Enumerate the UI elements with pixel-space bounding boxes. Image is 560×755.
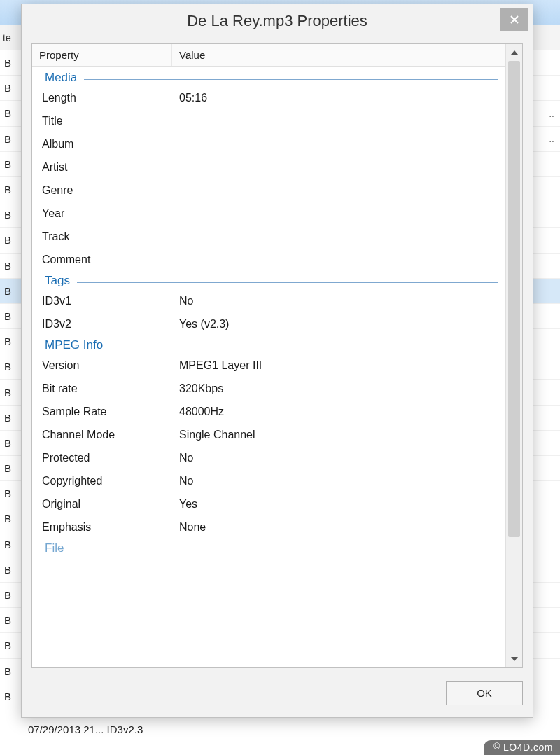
property-row[interactable]: Sample Rate48000Hz (32, 400, 505, 423)
property-name: Artist (32, 161, 179, 174)
section-line (84, 79, 498, 80)
chevron-up-icon (511, 50, 518, 55)
list-item-label: B (4, 387, 11, 399)
list-item-label: B (4, 665, 11, 677)
property-name: Protected (32, 452, 179, 464)
section-label: File (45, 541, 71, 555)
list-item-label: B (4, 57, 11, 69)
section-label: Tags (45, 274, 77, 288)
watermark-text: LO4D.com (503, 742, 553, 753)
list-item-label: B (4, 487, 11, 499)
dialog-footer: OK (31, 674, 523, 712)
list-item-right: .. (549, 108, 554, 119)
section-line (77, 282, 498, 283)
property-name: Length (32, 92, 179, 104)
list-item-label: B (4, 107, 11, 119)
property-row[interactable]: Genre (32, 179, 505, 202)
property-name: Album (32, 138, 179, 151)
property-name: Track (32, 230, 179, 243)
property-row[interactable]: Artist (32, 155, 505, 179)
list-item-label: B (4, 564, 11, 576)
property-row[interactable]: Title (32, 109, 505, 132)
vertical-scrollbar[interactable] (505, 44, 522, 667)
property-value: 48000Hz (179, 406, 505, 418)
property-value: No (179, 295, 505, 307)
property-row[interactable]: Comment (32, 248, 505, 271)
property-name: Emphasis (32, 521, 179, 534)
dialog-titlebar[interactable]: De La Rey.mp3 Properties (22, 4, 533, 38)
ok-button[interactable]: OK (446, 681, 523, 705)
property-row[interactable]: CopyrightedNo (32, 469, 505, 492)
list-item-label: B (4, 539, 11, 550)
watermark: © LO4D.com (484, 740, 560, 755)
property-row[interactable]: EmphasisNone (32, 515, 505, 539)
scroll-thumb[interactable] (508, 61, 520, 537)
list-item-label: B (4, 335, 11, 347)
property-row[interactable]: Track (32, 225, 505, 248)
list-item-label: B (4, 412, 11, 424)
properties-list-container: Property Value MediaLength05:16TitleAlbu… (31, 43, 523, 668)
list-item-label: B (4, 260, 11, 272)
property-name: Sample Rate (32, 406, 179, 418)
list-item-right: .. (549, 133, 554, 144)
list-item-label: B (4, 361, 11, 373)
list-item-label: B (4, 234, 11, 246)
property-value: No (179, 452, 505, 464)
section-header: File (32, 539, 505, 557)
property-value: None (179, 521, 505, 534)
property-row[interactable]: Year (32, 202, 505, 225)
property-name: Year (32, 207, 179, 220)
section-label: MPEG Info (45, 338, 110, 352)
list-item-label: B (4, 589, 11, 601)
list-item-label: B (4, 614, 11, 626)
list-item-label: B (4, 310, 11, 322)
section-header: Tags (32, 271, 505, 289)
section-header: Media (32, 68, 505, 86)
copyright-symbol: © (493, 742, 500, 751)
property-value: Yes (179, 498, 505, 511)
property-row[interactable]: Channel ModeSingle Channel (32, 423, 505, 446)
property-name: Title (32, 115, 179, 127)
close-icon (510, 15, 519, 25)
property-row[interactable]: VersionMPEG1 Layer III (32, 354, 505, 377)
scroll-down-button[interactable] (506, 651, 523, 667)
section-line (110, 347, 498, 347)
property-row[interactable]: ProtectedNo (32, 446, 505, 469)
list-item-label: B (4, 158, 11, 170)
scroll-track[interactable] (506, 61, 522, 651)
property-row[interactable]: ID3v2Yes (v2.3) (32, 312, 505, 335)
property-name: Version (32, 359, 179, 372)
property-value: 05:16 (179, 92, 505, 104)
property-row[interactable]: Length05:16 (32, 86, 505, 109)
list-item-label: B (4, 513, 11, 525)
property-value: 320Kbps (179, 382, 505, 395)
column-header-value[interactable]: Value (172, 44, 505, 66)
list-item-label: B (4, 133, 11, 145)
properties-dialog: De La Rey.mp3 Properties Property Value … (21, 4, 533, 718)
scroll-up-button[interactable] (506, 44, 523, 61)
chevron-down-icon (511, 657, 518, 661)
list-column-headers[interactable]: Property Value (32, 44, 505, 67)
property-name: Channel Mode (32, 429, 179, 441)
column-header-property[interactable]: Property (32, 44, 172, 66)
property-row[interactable]: Album (32, 132, 505, 155)
section-line (71, 550, 498, 550)
property-value: Yes (v2.3) (179, 318, 505, 331)
property-row[interactable]: ID3v1No (32, 289, 505, 312)
property-row[interactable]: Bit rate320Kbps (32, 377, 505, 400)
list-item-label: B (4, 285, 11, 297)
dialog-title: De La Rey.mp3 Properties (187, 12, 368, 30)
property-name: ID3v1 (32, 295, 179, 307)
property-row[interactable]: OriginalYes (32, 492, 505, 515)
list-item-label: B (4, 183, 11, 195)
list-item-label: B (4, 209, 11, 221)
list-item-label: B (4, 462, 11, 474)
property-rows: MediaLength05:16TitleAlbumArtistGenreYea… (32, 67, 505, 558)
property-name: ID3v2 (32, 318, 179, 331)
property-value: No (179, 475, 505, 487)
close-button[interactable] (500, 8, 528, 31)
toolbar-fragment: te (3, 32, 11, 43)
property-value: Single Channel (179, 429, 505, 441)
property-value: MPEG1 Layer III (179, 359, 505, 372)
property-name: Copyrighted (32, 475, 179, 487)
